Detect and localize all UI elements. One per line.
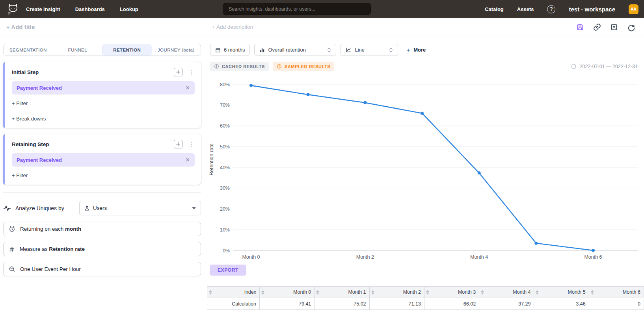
export-button[interactable]: EXPORT: [210, 265, 246, 276]
table-cell: 71.13: [369, 298, 424, 310]
svg-text:Month 0: Month 0: [242, 254, 260, 260]
tab-segmentation[interactable]: SEGMENTATION: [4, 44, 53, 56]
link-icon[interactable]: [593, 23, 601, 31]
app-logo-cat-icon[interactable]: [6, 2, 20, 16]
column-header-month-4[interactable]: Month 4: [479, 287, 534, 298]
initial-step-event-pill[interactable]: Payment Received ✕: [12, 81, 195, 94]
search-input[interactable]: [223, 3, 371, 15]
date-range: 2022-07-01 — 2022-12-31: [571, 64, 638, 69]
report-type-tabs: SEGMENTATIONFUNNELRETENTIONJOURNEY (beta…: [3, 44, 201, 56]
plus-icon: +: [406, 46, 410, 53]
column-header-index[interactable]: index: [207, 287, 260, 298]
column-label: Month 6: [596, 289, 640, 295]
avatar[interactable]: AA: [629, 4, 638, 14]
svg-text:50%: 50%: [220, 144, 230, 150]
hash-icon: [9, 246, 15, 252]
sort-icon[interactable]: [371, 290, 374, 295]
sampled-results-label: SAMPLED RESULTS: [285, 64, 330, 69]
retaining-step-event-pill[interactable]: Payment Received ✕: [12, 153, 195, 167]
kebab-menu-icon[interactable]: ⋮: [189, 142, 195, 146]
bar-chart-icon: [259, 47, 265, 53]
chart-panel: 6 months Overall retention Line + Mor: [207, 37, 644, 326]
clear-icon[interactable]: [610, 23, 618, 31]
workspace-name[interactable]: test - workspace: [569, 6, 615, 13]
info-icon: [277, 64, 282, 69]
option-bold-text: Retention rate: [49, 246, 85, 252]
add-description-button[interactable]: + Add description: [212, 24, 253, 30]
sort-icon[interactable]: [316, 290, 319, 295]
sort-icon[interactable]: [426, 290, 429, 295]
main-menu: Create insightDashboardsLookup: [26, 6, 138, 12]
chart-type-value: Line: [355, 47, 365, 53]
save-icon[interactable]: [576, 23, 584, 31]
calendar-icon: [571, 64, 576, 69]
column-label: Month 1: [322, 289, 366, 295]
svg-text:30%: 30%: [220, 185, 230, 191]
column-header-month-3[interactable]: Month 3: [424, 287, 479, 298]
column-label: Month 3: [432, 289, 476, 295]
cached-results-badge: CACHED RESULTS: [210, 62, 269, 71]
sort-icon[interactable]: [261, 290, 264, 295]
kebab-menu-icon[interactable]: ⋮: [189, 70, 195, 74]
add-filter-button[interactable]: + Filter: [12, 100, 195, 106]
add-title-button[interactable]: + Add title: [6, 24, 35, 30]
refresh-icon[interactable]: [627, 23, 635, 31]
tab-funnel[interactable]: FUNNEL: [53, 44, 103, 56]
metric-select-value: Overall retention: [268, 47, 305, 53]
sampled-results-badge: SAMPLED RESULTS: [273, 62, 334, 71]
column-header-month-1[interactable]: Month 1: [315, 287, 369, 298]
sort-icon[interactable]: [536, 290, 539, 295]
nav-item-lookup[interactable]: Lookup: [120, 6, 138, 12]
svg-text:0%: 0%: [223, 248, 230, 254]
nav-item-create-insight[interactable]: Create insight: [26, 6, 60, 12]
tab-journey-beta[interactable]: JOURNEY (beta): [152, 44, 201, 56]
status-row: CACHED RESULTS SAMPLED RESULTS 2022-07-0…: [210, 62, 644, 71]
more-button[interactable]: + More: [406, 46, 426, 53]
help-icon[interactable]: ?: [547, 5, 555, 13]
returning-on-option[interactable]: Returning on each month: [3, 222, 201, 236]
retention-line-chart[interactable]: 0%10%20%30%40%50%60%70%80%Month 0Month 2…: [207, 72, 644, 262]
nav-item-catalog[interactable]: Catalog: [485, 6, 504, 12]
table-cell: Calculation: [207, 298, 260, 310]
one-event-per-hour-option[interactable]: One User Event Per Hour: [3, 262, 201, 276]
svg-text:20%: 20%: [220, 206, 230, 212]
column-header-month-2[interactable]: Month 2: [369, 287, 424, 298]
remove-event-icon[interactable]: ✕: [185, 85, 190, 91]
event-name: Payment Received: [17, 157, 185, 163]
date-range-value: 2022-07-01 — 2022-12-31: [580, 64, 638, 69]
table-cell: 3.46: [534, 298, 589, 310]
svg-text:Retention rate: Retention rate: [208, 143, 214, 176]
select-chevrons-icon: [327, 47, 331, 53]
results-table-body: Calculation79.4175.0271.1366.0237.293.46…: [207, 298, 644, 310]
nav-item-assets[interactable]: Assets: [517, 6, 534, 12]
remove-event-icon[interactable]: ✕: [185, 157, 190, 163]
sort-icon[interactable]: [209, 290, 212, 295]
date-window-value: 6 months: [224, 47, 245, 53]
column-header-month-5[interactable]: Month 5: [534, 287, 589, 298]
add-event-icon[interactable]: [174, 140, 182, 148]
column-header-month-6[interactable]: Month 6: [589, 287, 644, 298]
panel-divider: [204, 37, 204, 326]
column-header-month-0[interactable]: Month 0: [260, 287, 315, 298]
nav-item-dashboards[interactable]: Dashboards: [75, 6, 105, 12]
metric-select[interactable]: Overall retention: [254, 44, 336, 56]
navbar-right: Catalog Assets ? test - workspace AA: [485, 0, 638, 18]
select-chevrons-icon: [389, 47, 393, 53]
chart-type-select[interactable]: Line: [341, 44, 398, 56]
analyze-uniques-label: Analyze Uniques by: [15, 205, 64, 211]
table-header-row: index Month 0 Month 1 Month 2 Month 3 Mo…: [207, 287, 644, 298]
sort-icon[interactable]: [591, 290, 594, 295]
option-text: Measure as: [20, 246, 49, 252]
add-filter-button[interactable]: + Filter: [12, 172, 195, 178]
svg-text:Month 4: Month 4: [470, 254, 488, 260]
line-chart-icon: [346, 47, 352, 53]
column-label: index: [214, 289, 256, 295]
measure-as-option[interactable]: Measure as Retention rate: [3, 242, 201, 256]
date-window-button[interactable]: 6 months: [210, 44, 250, 56]
tab-retention[interactable]: RETENTION: [102, 44, 152, 56]
sort-icon[interactable]: [481, 290, 484, 295]
analyze-entity-select[interactable]: Users: [79, 201, 201, 215]
add-event-icon[interactable]: [174, 68, 182, 76]
results-table-header: index Month 0 Month 1 Month 2 Month 3 Mo…: [207, 287, 644, 298]
add-breakdown-button[interactable]: + Break downs: [12, 116, 195, 122]
